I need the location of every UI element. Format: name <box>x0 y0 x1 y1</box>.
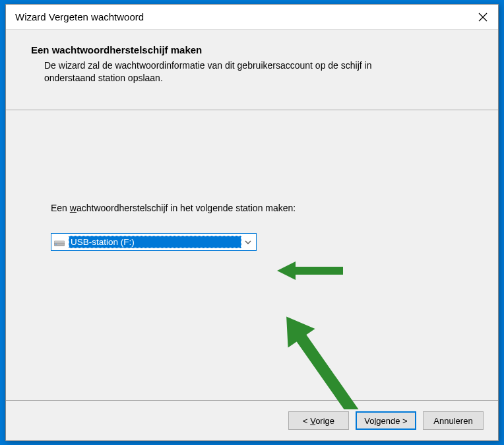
back-button[interactable]: < Vorige <box>288 411 349 430</box>
chevron-down-icon <box>241 238 255 246</box>
wizard-window: Wizard Vergeten wachtwoord Een wachtwoor… <box>5 4 499 441</box>
wizard-content: Een wachtwoordherstelschijf in het volge… <box>6 110 498 400</box>
window-title: Wizard Vergeten wachtwoord <box>15 11 468 22</box>
drive-select-value: USB-station (F:) <box>69 236 241 248</box>
wizard-footer: < Vorige Volgende > Annuleren <box>6 400 498 440</box>
svg-rect-4 <box>55 244 57 245</box>
close-button[interactable] <box>468 5 498 29</box>
close-icon <box>478 13 488 22</box>
cancel-button[interactable]: Annuleren <box>423 411 484 430</box>
instruction-label: Een wachtwoordherstelschijf in het volge… <box>51 203 453 213</box>
titlebar: Wizard Vergeten wachtwoord <box>6 5 498 30</box>
wizard-header-subtitle: De wizard zal de wachtwoordinformatie va… <box>31 59 400 85</box>
wizard-header-title: Een wachtwoordherstelschijf maken <box>31 44 473 55</box>
drive-select[interactable]: USB-station (F:) <box>51 233 257 251</box>
wizard-header: Een wachtwoordherstelschijf maken De wiz… <box>6 30 498 110</box>
drive-icon <box>54 238 65 246</box>
next-button[interactable]: Volgende > <box>356 411 416 430</box>
